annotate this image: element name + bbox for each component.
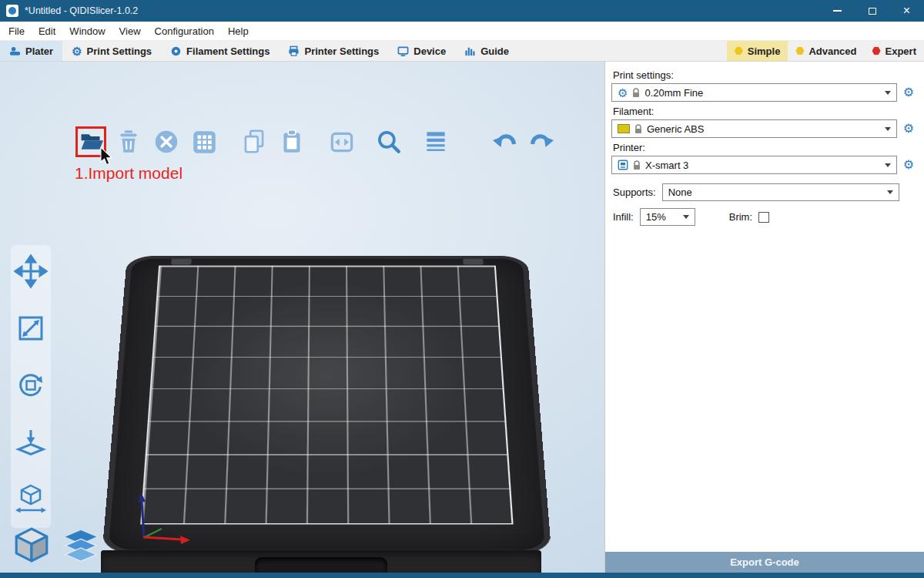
chevron-down-icon	[885, 163, 891, 167]
menubar: File Edit Window View Configuration Help	[0, 22, 924, 41]
lock-icon	[634, 124, 642, 134]
print-settings-label: Print settings:	[613, 69, 916, 81]
import-model-button[interactable]	[75, 126, 106, 157]
origin-axes-icon	[131, 482, 208, 547]
bed-clip-right	[463, 259, 484, 265]
mode-label: Advanced	[808, 45, 856, 57]
scale-button[interactable]	[14, 311, 48, 348]
3d-editor-view-button[interactable]	[12, 526, 51, 566]
minimize-button[interactable]	[820, 0, 855, 22]
split-objects-button[interactable]	[326, 126, 357, 157]
supports-combo[interactable]: None	[662, 183, 899, 201]
scale-to-fit-icon	[14, 482, 48, 516]
brim-checkbox[interactable]	[758, 212, 769, 223]
copy-icon	[239, 127, 269, 156]
gear-icon: ⚙	[72, 45, 82, 57]
paste-button[interactable]	[276, 126, 307, 157]
scale-icon	[14, 311, 48, 345]
menu-view[interactable]: View	[112, 22, 148, 40]
export-gcode-button[interactable]: Export G-code	[605, 552, 924, 573]
variable-layer-height-icon	[421, 127, 450, 156]
arrange-button[interactable]	[189, 126, 219, 157]
preview-layers-button[interactable]	[63, 529, 99, 566]
tab-printer-settings[interactable]: Printer Settings	[279, 41, 388, 61]
settings-sidebar: Print settings: ⚙ 0.20mm Fine ⚙ Filament…	[604, 62, 924, 573]
gear-icon: ⚙	[618, 87, 628, 99]
chevron-down-icon	[885, 91, 891, 95]
window-title: *Untitled - QIDISlicer-1.0.2	[25, 5, 138, 16]
printer-combo[interactable]: X-smart 3	[611, 156, 897, 174]
advanced-mode-dot-icon	[795, 47, 804, 55]
lock-icon	[633, 160, 641, 170]
gear-icon: ⚙	[903, 123, 914, 135]
expert-mode-dot-icon	[872, 47, 881, 55]
print-settings-gear-button[interactable]: ⚙	[901, 83, 916, 102]
preview-layers-icon	[63, 529, 99, 564]
redo-button[interactable]	[527, 126, 557, 157]
maximize-icon	[869, 8, 876, 15]
move-button[interactable]	[14, 254, 48, 291]
tab-label: Device	[413, 45, 446, 57]
tab-label: Guide	[480, 45, 509, 57]
tab-guide[interactable]: Guide	[455, 41, 518, 61]
tab-plater[interactable]: Plater	[0, 41, 62, 61]
menu-file[interactable]: File	[2, 22, 32, 40]
infill-combo[interactable]: 15%	[640, 208, 695, 226]
paste-icon	[277, 127, 306, 156]
move-icon	[14, 254, 48, 288]
view-toggle-bar	[12, 526, 99, 566]
bed-clip-left	[171, 259, 192, 265]
scale-to-fit-button[interactable]	[14, 482, 48, 519]
filament-combo[interactable]: Generic ABS	[611, 119, 897, 138]
brim-label: Brim:	[729, 211, 752, 223]
gear-icon: ⚙	[903, 159, 914, 171]
plater-icon	[9, 45, 21, 57]
3d-viewport[interactable]: 1.Import model	[0, 62, 604, 573]
chevron-down-icon	[887, 190, 893, 194]
printer-label: Printer:	[613, 142, 916, 153]
filament-gear-button[interactable]: ⚙	[901, 119, 916, 138]
delete-button[interactable]	[113, 126, 144, 157]
menu-configuration[interactable]: Configuration	[148, 22, 221, 40]
delete-all-icon	[152, 127, 181, 156]
search-icon	[374, 127, 403, 156]
printer-icon	[618, 160, 628, 170]
simple-mode-dot-icon	[735, 47, 743, 55]
delete-all-button[interactable]	[151, 126, 182, 157]
printer-icon	[288, 45, 300, 57]
maximize-button[interactable]	[855, 0, 889, 22]
mode-expert[interactable]: Expert	[865, 41, 924, 61]
3d-editor-view-icon	[12, 526, 51, 564]
mode-simple[interactable]: Simple	[727, 41, 788, 61]
tabbar: Plater ⚙ Print Settings Filament Setting…	[0, 41, 924, 62]
printer-value: X-smart 3	[645, 160, 880, 171]
copy-button[interactable]	[239, 126, 270, 157]
print-settings-value: 0.20mm Fine	[644, 87, 880, 99]
undo-icon	[490, 128, 518, 156]
menu-window[interactable]: Window	[62, 22, 112, 40]
supports-label: Supports:	[613, 187, 656, 198]
viewport-toolbar	[75, 126, 557, 157]
tab-device[interactable]: Device	[388, 41, 455, 61]
print-settings-combo[interactable]: ⚙ 0.20mm Fine	[611, 83, 897, 102]
place-on-face-button[interactable]	[14, 425, 48, 462]
variable-layer-height-button[interactable]	[420, 126, 451, 157]
tab-print-settings[interactable]: ⚙ Print Settings	[62, 41, 161, 61]
printer-gear-button[interactable]: ⚙	[901, 156, 916, 174]
menu-help[interactable]: Help	[221, 22, 256, 40]
tab-label: Plater	[25, 45, 53, 57]
menu-edit[interactable]: Edit	[32, 22, 62, 40]
rotate-button[interactable]	[14, 368, 48, 405]
redo-icon	[528, 128, 556, 156]
mode-label: Simple	[748, 45, 781, 57]
tab-filament-settings[interactable]: Filament Settings	[161, 41, 279, 61]
bed-handle	[255, 557, 387, 573]
filament-label: Filament:	[613, 106, 916, 117]
mode-advanced[interactable]: Advanced	[788, 41, 864, 61]
device-icon	[397, 45, 409, 57]
tab-label: Filament Settings	[186, 45, 270, 57]
split-icon	[327, 127, 357, 156]
undo-button[interactable]	[489, 126, 520, 157]
search-button[interactable]	[373, 126, 404, 157]
close-button[interactable]: ×	[889, 0, 924, 22]
